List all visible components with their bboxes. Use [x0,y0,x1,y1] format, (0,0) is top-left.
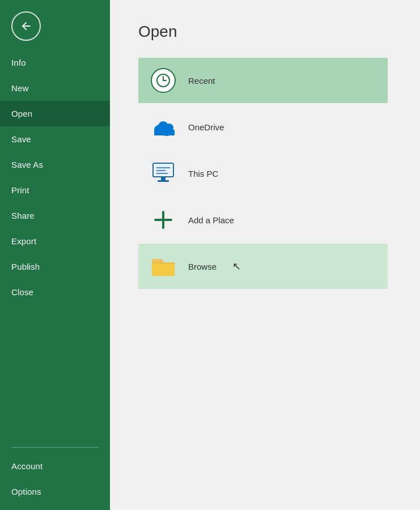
svg-rect-11 [158,180,169,182]
open-options-list: Recent OneDrive [138,58,388,289]
open-option-onedrive[interactable]: OneDrive [138,104,388,150]
sidebar-item-export[interactable]: Export [0,228,110,254]
main-content: Open Recent [110,0,420,510]
svg-rect-18 [152,264,175,276]
recent-label: Recent [188,76,215,86]
sidebar-item-publish[interactable]: Publish [0,254,110,279]
sidebar-item-print[interactable]: Print [0,177,110,203]
sidebar-item-info[interactable]: Info [0,50,110,75]
onedrive-label: OneDrive [188,122,224,132]
cloud-icon [150,113,177,141]
sidebar-item-account[interactable]: Account [0,453,110,479]
back-button[interactable] [11,11,41,41]
svg-rect-16 [154,219,172,221]
sidebar-item-save[interactable]: Save [0,126,110,152]
sidebar-item-close[interactable]: Close [0,279,110,305]
plus-icon [150,206,177,233]
open-option-browse[interactable]: Browse ↖ [138,244,388,289]
sidebar-item-open[interactable]: Open [0,101,110,126]
sidebar: Info New Open Save Save As Print Share E… [0,0,110,510]
cursor-indicator: ↖ [232,260,241,273]
sidebar-item-share[interactable]: Share [0,203,110,228]
this-pc-label: This PC [188,169,218,178]
svg-rect-9 [154,164,172,176]
open-option-recent[interactable]: Recent [138,58,388,103]
page-title: Open [138,23,392,41]
sidebar-divider [11,447,99,448]
monitor-icon [150,160,177,187]
svg-point-7 [164,124,173,131]
browse-label: Browse [188,262,217,271]
svg-rect-10 [161,177,166,180]
sidebar-item-new[interactable]: New [0,75,110,101]
open-option-this-pc[interactable]: This PC [138,151,388,196]
open-option-add-place[interactable]: Add a Place [138,197,388,243]
folder-icon [150,253,177,280]
sidebar-item-options[interactable]: Options [0,479,110,504]
sidebar-item-save-as[interactable]: Save As [0,152,110,177]
add-place-label: Add a Place [188,215,234,225]
clock-icon [150,67,177,94]
